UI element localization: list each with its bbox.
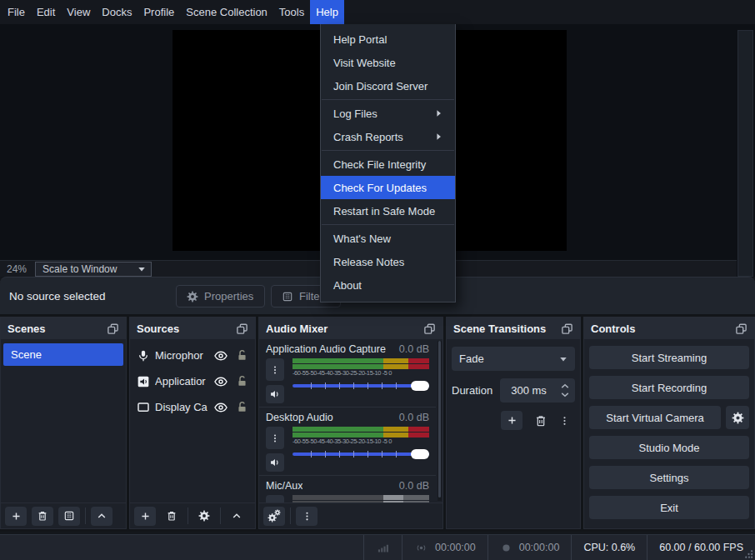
cpu-usage: CPU: 0.6% [583, 542, 635, 553]
start-virtual-camera-button[interactable]: Start Virtual Camera [589, 406, 721, 429]
sources-title: Sources [137, 322, 179, 335]
audio-mixer-header: Audio Mixer [259, 318, 442, 339]
settings-button[interactable]: Settings [589, 466, 749, 489]
popout-icon[interactable] [735, 322, 748, 335]
mixer-more-button[interactable] [296, 507, 318, 526]
start-recording-button[interactable]: Start Recording [589, 376, 749, 399]
menu-tools[interactable]: Tools [273, 0, 310, 24]
scale-mode-value: Scale to Window [36, 263, 117, 275]
advanced-audio-button[interactable] [263, 507, 285, 526]
menu-docks[interactable]: Docks [96, 0, 138, 24]
scene-filters-button[interactable] [58, 507, 80, 526]
scale-mode-dropdown[interactable]: Scale to Window [35, 262, 152, 277]
menu-item-log-files[interactable]: Log Files [321, 102, 455, 125]
sources-more-button[interactable] [252, 507, 255, 526]
exit-button[interactable]: Exit [589, 496, 749, 519]
meter-scale: -60-55-50-45-40-35-30-25-20-15-10 -5 0 [292, 438, 429, 445]
slider-handle[interactable] [411, 381, 429, 391]
volume-slider[interactable] [292, 377, 429, 395]
menu-item-help-portal[interactable]: Help Portal [321, 28, 455, 51]
unlock-icon[interactable] [236, 349, 248, 362]
mixer-scrollbar[interactable] [438, 341, 442, 501]
unlock-icon[interactable] [236, 375, 248, 388]
menu-view[interactable]: View [61, 0, 96, 24]
menu-item-join-discord[interactable]: Join Discord Server [321, 74, 455, 98]
menu-profile[interactable]: Profile [138, 0, 180, 24]
menu-item-release-notes[interactable]: Release Notes [321, 250, 455, 273]
duration-spinbox[interactable]: 300 ms [500, 378, 575, 402]
popout-icon[interactable] [107, 322, 119, 335]
controls-buttons: Start Streaming Start Recording Start Vi… [584, 339, 754, 519]
source-row-microphone[interactable]: Microphor [130, 342, 255, 368]
mute-button[interactable] [266, 385, 284, 403]
menu-file[interactable]: File [2, 0, 31, 24]
visibility-eye-icon[interactable] [213, 374, 228, 389]
menu-item-whats-new[interactable]: What's New [321, 227, 455, 250]
channel-menu-button[interactable] [266, 495, 284, 502]
studio-mode-button[interactable]: Studio Mode [589, 436, 749, 459]
move-scene-up-button[interactable] [91, 507, 112, 526]
remove-source-button[interactable] [161, 507, 182, 526]
add-scene-button[interactable] [5, 507, 27, 526]
gear-icon [732, 412, 744, 424]
menu-scene-collection[interactable]: Scene Collection [180, 0, 273, 24]
menu-help[interactable]: Help [310, 0, 344, 24]
menu-separator [322, 99, 454, 100]
record-time: 00:00:00 [519, 542, 560, 553]
fps-segment: 60.00 / 60.00 FPS [647, 535, 755, 560]
channel-menu-button[interactable] [266, 358, 284, 381]
volume-slider[interactable] [292, 445, 429, 463]
source-properties-button[interactable] [193, 507, 215, 526]
move-source-up-button[interactable] [226, 507, 248, 526]
scenes-more-button[interactable] [118, 507, 126, 526]
slider-handle[interactable] [411, 449, 429, 459]
menu-item-about[interactable]: About [321, 273, 455, 297]
duration-value: 300 ms [500, 384, 558, 397]
popout-icon[interactable] [423, 322, 436, 335]
properties-button[interactable]: Properties [176, 285, 265, 308]
menu-item-crash-reports[interactable]: Crash Reports [321, 125, 455, 148]
remove-transition-trash-icon[interactable] [534, 414, 548, 428]
menu-item-label: Crash Reports [333, 131, 403, 143]
speaker-icon [269, 388, 281, 400]
fps-value: 60.00 / 60.00 FPS [659, 542, 743, 553]
popout-icon[interactable] [561, 322, 573, 335]
popout-icon[interactable] [236, 322, 248, 335]
add-source-button[interactable] [134, 507, 156, 526]
chevron-down-icon [138, 266, 146, 272]
scene-list-item-selected[interactable]: Scene [3, 343, 123, 366]
transition-more-kebab-icon[interactable] [559, 415, 570, 427]
zoom-level-label: 24% [7, 263, 27, 275]
menu-item-visit-website[interactable]: Visit Website [321, 51, 455, 74]
visibility-eye-icon[interactable] [213, 400, 228, 415]
remove-scene-button[interactable] [32, 507, 53, 526]
unlock-icon[interactable] [236, 401, 248, 413]
source-label: Display Ca [155, 401, 208, 413]
menu-edit[interactable]: Edit [31, 0, 61, 24]
start-streaming-button[interactable]: Start Streaming [589, 346, 749, 369]
menu-item-check-file-integrity[interactable]: Check File Integrity [321, 152, 455, 176]
chevron-up-icon [231, 510, 242, 522]
spin-down-icon[interactable] [561, 392, 569, 398]
spin-up-icon[interactable] [561, 383, 569, 389]
chevron-down-icon [559, 356, 568, 362]
virtual-camera-settings-button[interactable] [726, 406, 749, 429]
source-row-display-capture[interactable]: Display Ca [130, 394, 255, 420]
menu-item-restart-safe-mode[interactable]: Restart in Safe Mode [321, 199, 455, 222]
transition-dropdown[interactable]: Fade [452, 347, 575, 371]
menu-item-check-for-updates[interactable]: Check For Updates [321, 176, 455, 199]
menu-separator [322, 224, 454, 225]
visibility-eye-icon[interactable] [213, 348, 228, 363]
app-audio-icon [137, 375, 150, 388]
channel-level: 0.0 dB [396, 412, 429, 423]
add-transition-button[interactable] [501, 411, 522, 430]
toolbar-separator [188, 508, 188, 524]
mute-button[interactable] [266, 453, 284, 472]
controls-header: Controls [584, 318, 754, 339]
scenes-toolbar [1, 502, 126, 528]
controls-panel: Controls Start Streaming Start Recording… [583, 317, 755, 529]
trash-icon [37, 510, 48, 522]
resize-grip[interactable] [744, 549, 753, 558]
source-row-application-audio[interactable]: Applicatior [130, 368, 255, 394]
channel-menu-button[interactable] [266, 427, 284, 449]
